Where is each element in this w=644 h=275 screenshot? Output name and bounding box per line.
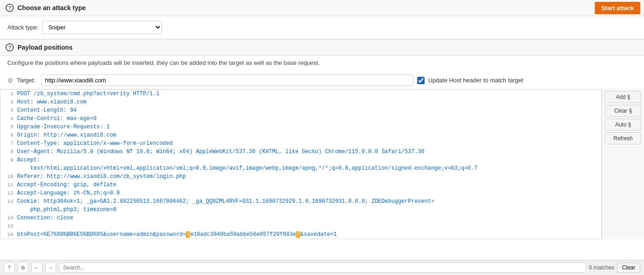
payload-marker-start: § [186, 231, 190, 238]
code-line-8: 8 User-Agent: Mozilla/5.0 (Windows NT 10… [0, 148, 601, 156]
settings-icon-button[interactable]: ⚙ [17, 262, 29, 273]
payload-icon: ? [6, 43, 14, 52]
search-input[interactable] [59, 263, 586, 273]
code-line-9b: text/html,application/xhtml+xml,applicat… [0, 164, 601, 172]
content-area: 1 POST /zb_system/cmd.php?act=verity HTT… [0, 89, 644, 239]
payload-description: Configure the positions where payloads w… [0, 56, 644, 72]
code-line-1: 1 POST /zb_system/cmd.php?act=verity HTT… [0, 90, 601, 98]
attack-type-label: Attack type: [7, 24, 39, 31]
code-line-15: 15 [0, 222, 601, 230]
clear-section-button[interactable]: Clear § [605, 105, 641, 117]
target-row: ⚙ Target: Update Host header to match ta… [0, 72, 644, 89]
code-line-13a: 13 Cookie: http304ok=1; _ga=GA1.2.882250… [0, 197, 601, 206]
forward-arrow-button[interactable]: → [45, 262, 56, 273]
update-host-checkbox[interactable] [417, 77, 425, 84]
payload-title: Payload positions [17, 44, 73, 51]
code-line-2: 2 Host: www.xiaodi8.com [0, 98, 601, 106]
attack-type-select[interactable]: Sniper Battering ram Pitchfork Cluster b… [42, 21, 162, 34]
code-line-6: 6 Origin: http://www.xiaodi8.com [0, 131, 601, 139]
code-line-16: 16 btnPost=%E7%99%BB%E5%BD%95&username=a… [0, 230, 601, 239]
code-line-4: 4 Cache-Control: max-age=0 [0, 115, 601, 123]
target-label: Target: [17, 77, 35, 84]
refresh-button[interactable]: Refresh [605, 132, 641, 144]
start-attack-button[interactable]: Start attack [595, 2, 640, 14]
code-line-14: 14 Connection: close [0, 214, 601, 222]
code-line-5: 5 Upgrade-Insecure-Requests: 1 [0, 123, 601, 131]
code-line-9a: 9 Accept: [0, 156, 601, 164]
attack-type-icon: ? [6, 4, 14, 12]
add-section-button[interactable]: Add § [605, 91, 641, 103]
main-container: Start attack ? Choose an attack type Att… [0, 0, 644, 275]
payload-section-header: ? Payload positions [0, 39, 644, 56]
side-buttons-panel: Add § Clear § Auto § Refresh [602, 89, 644, 239]
code-line-12: 12 Accept-Language: zh-CN,zh;q=0.9 [0, 189, 601, 197]
gear-icon[interactable]: ⚙ [7, 77, 13, 84]
back-arrow-button[interactable]: ← [31, 262, 42, 273]
help-icon-button[interactable]: ? [4, 262, 15, 273]
clear-search-button[interactable]: Clear [617, 263, 640, 273]
code-line-10: 10 Referer: http://www.xiaodi8.com/zb_sy… [0, 172, 601, 181]
target-input[interactable] [41, 74, 414, 86]
update-host-label: Update Host header to match target [428, 77, 523, 84]
code-line-7: 7 Content-Type: application/x-www-form-u… [0, 139, 601, 148]
attack-type-title: Choose an attack type [17, 4, 86, 11]
attack-type-section-header: ? Choose an attack type [0, 0, 644, 16]
attack-type-row: Attack type: Sniper Battering ram Pitchf… [0, 16, 644, 39]
code-line-3: 3 Content-Length: 94 [0, 106, 601, 115]
match-count: 0 matches [589, 264, 614, 271]
code-editor[interactable]: 1 POST /zb_system/cmd.php?act=verity HTT… [0, 89, 602, 239]
bottom-bar: ? ⚙ ← → 0 matches Clear [0, 260, 644, 275]
code-line-13b: php,phtml,php3; timezone=8 [0, 206, 601, 214]
payload-marker-end: § [296, 231, 300, 238]
code-line-11: 11 Accept-Encoding: gzip, deflate [0, 181, 601, 189]
auto-section-button[interactable]: Auto § [605, 119, 641, 131]
